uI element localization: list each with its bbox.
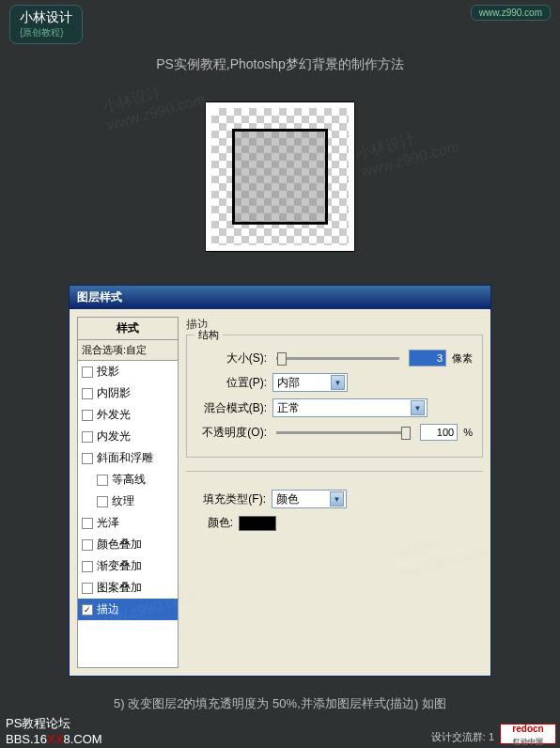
- structure-group: 结构 大小(S): 3 像素 位置(P): 内部 ▼ 混合模式(B):: [186, 335, 483, 458]
- forum-name: PS教程论坛: [6, 715, 102, 732]
- position-dropdown[interactable]: 内部 ▼: [272, 373, 348, 392]
- watermark: 小林设计www.z990.com: [101, 72, 208, 134]
- color-swatch[interactable]: [239, 516, 276, 531]
- style-item[interactable]: 描边: [78, 599, 178, 620]
- style-item-label: 斜面和浮雕: [97, 450, 153, 466]
- style-item[interactable]: 外发光: [78, 404, 178, 426]
- blend-options-item[interactable]: 混合选项:自定: [78, 340, 178, 361]
- style-item[interactable]: 斜面和浮雕: [78, 447, 178, 469]
- blend-mode-label: 混合模式(B):: [196, 400, 267, 416]
- site-url: www.z990.com: [471, 5, 551, 21]
- style-item-label: 纹理: [112, 493, 134, 509]
- bbs-url: BBS.16XX8.COM: [6, 732, 102, 746]
- style-item-label: 投影: [97, 364, 119, 380]
- style-item-label: 渐变叠加: [97, 558, 142, 574]
- style-item[interactable]: 渐变叠加: [78, 555, 178, 577]
- style-item[interactable]: 光泽: [78, 512, 178, 534]
- position-label: 位置(P):: [196, 375, 267, 391]
- step-caption: 5) 改变图层2的填充透明度为 50%,并添加图层样式(描边) 如图: [0, 695, 560, 712]
- style-item[interactable]: 等高线: [78, 469, 178, 491]
- opacity-slider[interactable]: [276, 431, 411, 434]
- style-item-label: 光泽: [97, 515, 119, 531]
- checkbox[interactable]: [82, 539, 93, 551]
- style-item[interactable]: 图案叠加: [78, 577, 178, 599]
- style-item-label: 内发光: [97, 429, 131, 444]
- dialog-titlebar[interactable]: 图层样式: [70, 286, 490, 309]
- checkbox[interactable]: [82, 561, 93, 572]
- stroked-rectangle: [232, 129, 328, 225]
- opacity-label: 不透明度(O):: [196, 425, 267, 441]
- checkbox[interactable]: [82, 431, 93, 443]
- opacity-unit: %: [463, 427, 473, 438]
- checkbox[interactable]: [82, 518, 93, 529]
- style-item[interactable]: 颜色叠加: [78, 534, 178, 555]
- preview-canvas: [205, 101, 355, 252]
- style-item[interactable]: 纹理: [78, 491, 178, 512]
- size-label: 大小(S):: [196, 351, 267, 366]
- redocn-badge: redocn 红动中国: [500, 724, 556, 744]
- watermark: 小林设计www.z990.com: [354, 119, 461, 181]
- structure-label: 结构: [194, 328, 223, 342]
- checkbox[interactable]: [82, 604, 93, 616]
- qq-group: 设计交流群: 1: [431, 730, 494, 744]
- style-item-label: 图案叠加: [97, 580, 142, 596]
- color-label: 颜色:: [195, 515, 233, 531]
- fill-type-label: 填充类型(F):: [195, 491, 266, 507]
- style-list-header[interactable]: 样式: [78, 318, 178, 340]
- style-item-label: 内阴影: [97, 385, 131, 401]
- chevron-down-icon: ▼: [331, 375, 345, 390]
- style-item-label: 描边: [97, 601, 119, 617]
- size-input[interactable]: 3: [409, 350, 446, 366]
- style-item-label: 颜色叠加: [97, 537, 142, 553]
- style-list: 样式 混合选项:自定 投影内阴影外发光内发光斜面和浮雕等高线纹理光泽颜色叠加渐变…: [77, 317, 179, 668]
- size-slider[interactable]: [276, 357, 399, 360]
- logo-subtitle: {原创教程}: [20, 26, 72, 39]
- footer: PS教程论坛 BBS.16XX8.COM 设计交流群: 1 redocn 红动中…: [0, 714, 560, 748]
- transparency-checker: [211, 108, 349, 245]
- checkbox[interactable]: [82, 388, 93, 399]
- checkbox[interactable]: [97, 475, 108, 486]
- fill-group: 填充类型(F): 颜色 ▼ 颜色:: [186, 471, 483, 547]
- checkbox[interactable]: [82, 583, 93, 594]
- style-item-label: 外发光: [97, 407, 131, 423]
- checkbox[interactable]: [82, 366, 93, 378]
- logo-badge: 小林设计 {原创教程}: [9, 5, 83, 44]
- style-item[interactable]: 内阴影: [78, 382, 178, 404]
- logo-title: 小林设计: [20, 9, 72, 26]
- style-item[interactable]: 投影: [78, 361, 178, 382]
- style-item[interactable]: 内发光: [78, 426, 178, 447]
- page-title: PS实例教程,Photoshp梦幻背景的制作方法: [0, 56, 560, 73]
- checkbox[interactable]: [82, 453, 93, 464]
- chevron-down-icon: ▼: [411, 400, 425, 415]
- chevron-down-icon: ▼: [330, 491, 344, 506]
- opacity-input[interactable]: 100: [420, 424, 458, 441]
- size-unit: 像素: [452, 351, 473, 366]
- fill-type-dropdown[interactable]: 颜色 ▼: [272, 490, 347, 508]
- blend-mode-dropdown[interactable]: 正常 ▼: [272, 398, 428, 417]
- stroke-section-label: 描边: [186, 317, 483, 333]
- layer-style-dialog: 图层样式 样式 混合选项:自定 投影内阴影外发光内发光斜面和浮雕等高线纹理光泽颜…: [69, 285, 491, 677]
- checkbox[interactable]: [82, 410, 93, 421]
- checkbox[interactable]: [97, 496, 108, 507]
- style-item-label: 等高线: [112, 472, 146, 488]
